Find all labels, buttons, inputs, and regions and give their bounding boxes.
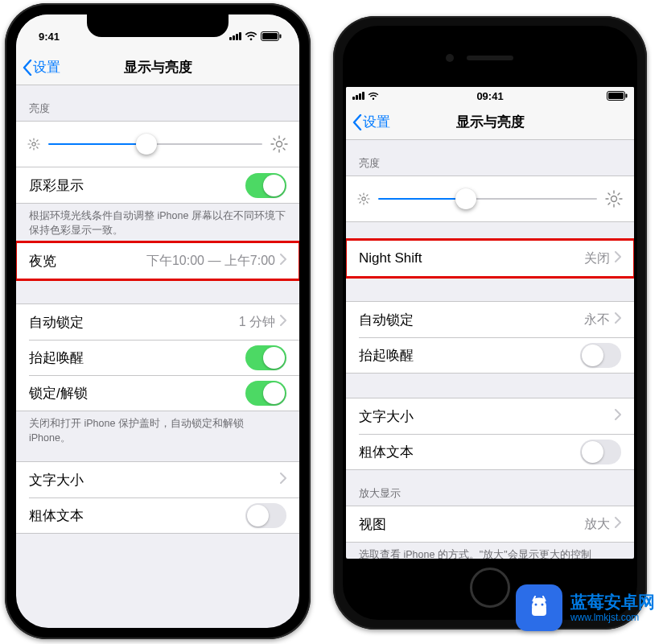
nav-bar: 设置 显示与亮度 (16, 50, 299, 85)
auto-lock-detail: 1 分钟 (239, 314, 275, 331)
svg-line-9 (37, 147, 38, 148)
svg-point-24 (362, 197, 365, 200)
sun-small-icon (27, 138, 40, 151)
text-size-cell[interactable]: 文字大小 (16, 462, 299, 497)
raise-wake-cell[interactable]: 抬起唤醒 (346, 337, 634, 373)
brightness-slider-row[interactable] (16, 121, 299, 167)
night-shift-label: Night Shift (359, 250, 584, 266)
brightness-slider-thumb[interactable] (455, 188, 476, 209)
auto-lock-detail: 永不 (584, 312, 610, 328)
night-shift-cell[interactable]: Night Shift 关闭 (346, 241, 634, 276)
brightness-slider-row[interactable] (346, 175, 634, 222)
svg-line-38 (608, 193, 610, 195)
svg-line-39 (618, 203, 620, 204)
true-tone-switch[interactable] (245, 173, 286, 198)
section-header-brightness: 亮度 (346, 140, 634, 175)
svg-line-32 (367, 195, 368, 196)
svg-line-31 (360, 202, 360, 203)
status-bar: 09:41 (346, 87, 634, 105)
svg-line-10 (30, 147, 31, 148)
watermark-url: www.lmkjst.com (570, 612, 655, 623)
true-tone-label: 原彩显示 (29, 176, 245, 195)
wifi-icon (245, 31, 257, 41)
settings-content: 亮度 原彩显示 (16, 85, 299, 534)
chevron-right-icon (615, 516, 621, 532)
auto-lock-label: 自动锁定 (29, 313, 239, 332)
svg-line-40 (608, 203, 610, 204)
watermark: 蓝莓安卓网 www.lmkjst.com (516, 584, 655, 631)
svg-line-20 (283, 138, 285, 140)
svg-point-12 (277, 142, 282, 147)
svg-line-18 (283, 148, 285, 150)
chevron-right-icon (615, 408, 621, 424)
home-button[interactable] (470, 568, 510, 608)
svg-point-45 (542, 604, 544, 606)
zoom-view-cell[interactable]: 视图 放大 (346, 506, 634, 542)
settings-content: 亮度 (346, 140, 634, 559)
watermark-logo-icon (516, 584, 562, 631)
sun-big-icon (270, 135, 288, 153)
screen: 09:41 设置 显示与亮度 亮度 (346, 87, 634, 559)
section-header-brightness: 亮度 (16, 85, 299, 121)
chevron-right-icon (280, 314, 286, 330)
raise-wake-switch[interactable] (580, 343, 621, 368)
bold-text-cell[interactable]: 粗体文本 (346, 434, 634, 469)
battery-icon (261, 31, 282, 41)
auto-lock-cell[interactable]: 自动锁定 永不 (346, 302, 634, 337)
raise-wake-label: 抬起唤醒 (29, 349, 245, 367)
zoom-view-label: 视图 (359, 515, 584, 534)
zoom-view-detail: 放大 (584, 516, 610, 533)
brightness-slider-track[interactable] (378, 198, 597, 200)
svg-rect-1 (262, 33, 278, 39)
svg-line-8 (30, 140, 31, 141)
raise-wake-switch[interactable] (245, 345, 286, 370)
svg-point-33 (612, 196, 617, 202)
watermark-title: 蓝莓安卓网 (570, 592, 655, 612)
raise-wake-cell[interactable]: 抬起唤醒 (16, 340, 299, 375)
auto-lock-cell[interactable]: 自动锁定 1 分钟 (16, 304, 299, 340)
nav-title: 显示与亮度 (346, 113, 634, 131)
svg-rect-43 (532, 606, 546, 616)
text-size-cell[interactable]: 文字大小 (346, 398, 634, 434)
top-bezel (346, 29, 634, 87)
front-camera-icon (446, 54, 454, 62)
bold-text-label: 粗体文本 (29, 506, 245, 525)
chevron-right-icon (615, 250, 621, 266)
text-size-label: 文字大小 (29, 471, 275, 489)
svg-line-29 (360, 195, 360, 196)
chevron-right-icon (280, 253, 286, 269)
text-size-label: 文字大小 (359, 407, 610, 426)
iphone-8-frame: 09:41 设置 显示与亮度 亮度 (333, 16, 647, 630)
lock-unlock-switch[interactable] (245, 381, 286, 406)
nav-title: 显示与亮度 (16, 58, 299, 76)
night-shift-cell[interactable]: 夜览 下午10:00 — 上午7:00 (16, 243, 299, 279)
svg-point-44 (535, 604, 537, 606)
brightness-slider-track[interactable] (48, 143, 262, 145)
screen: 9:41 设置 显示与亮度 亮度 (16, 14, 299, 628)
bold-text-label: 粗体文本 (359, 443, 580, 461)
night-shift-label: 夜览 (29, 252, 146, 270)
svg-rect-2 (280, 35, 282, 39)
zoom-footer: 选取查看 iPhone 的方式。"放大"会显示更大的控制项。"标准"会显示更多的… (346, 543, 634, 559)
night-shift-detail: 下午10:00 — 上午7:00 (146, 253, 275, 270)
sun-small-icon (357, 192, 370, 205)
svg-line-41 (618, 193, 620, 195)
brightness-slider-thumb[interactable] (136, 134, 157, 155)
svg-point-3 (32, 142, 35, 146)
iphone-x-frame: 9:41 设置 显示与亮度 亮度 (5, 3, 311, 639)
bold-text-cell[interactable]: 粗体文本 (16, 497, 299, 533)
lock-unlock-label: 锁定/解锁 (29, 384, 245, 402)
svg-line-11 (37, 140, 38, 141)
chevron-right-icon (615, 312, 621, 328)
true-tone-cell[interactable]: 原彩显示 (16, 167, 299, 203)
svg-line-30 (367, 202, 368, 203)
raise-wake-label: 抬起唤醒 (359, 346, 580, 365)
auto-lock-label: 自动锁定 (359, 311, 584, 329)
lock-footer: 关闭和打开 iPhone 保护盖时，自动锁定和解锁 iPhone。 (16, 411, 299, 450)
status-icons (229, 31, 282, 41)
bold-text-switch[interactable] (580, 440, 621, 464)
bold-text-switch[interactable] (245, 503, 286, 528)
sun-big-icon (605, 190, 623, 208)
speaker-grille (467, 56, 513, 60)
lock-unlock-cell[interactable]: 锁定/解锁 (16, 375, 299, 411)
